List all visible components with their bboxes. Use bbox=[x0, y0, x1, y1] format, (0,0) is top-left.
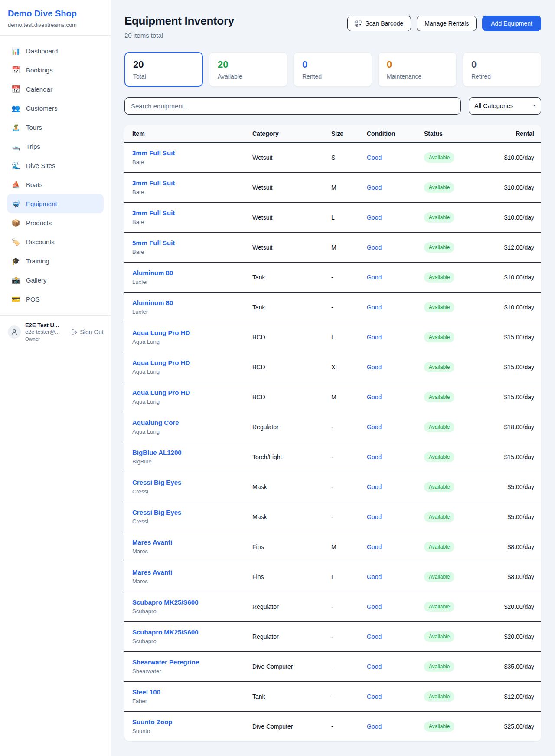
table-row[interactable]: Cressi Big Eyes Cressi Mask - Good Avail… bbox=[124, 472, 541, 502]
condition-link[interactable]: Good bbox=[367, 603, 382, 610]
condition-link[interactable]: Good bbox=[367, 454, 382, 460]
sign-out-button[interactable]: Sign Out bbox=[71, 329, 104, 335]
add-equipment-button[interactable]: Add Equipment bbox=[482, 16, 541, 31]
table-row[interactable]: Steel 100 Faber Tank - Good Available $1… bbox=[124, 681, 541, 711]
table-row[interactable]: BigBlue AL1200 BigBlue Torch/Light - Goo… bbox=[124, 442, 541, 472]
stat-card-rented[interactable]: 0 Rented bbox=[294, 52, 372, 87]
user-meta: E2E Test U... e2e-tester@... Owner bbox=[25, 322, 59, 342]
condition-link[interactable]: Good bbox=[367, 424, 382, 431]
brand-block: Demo Dive Shop demo.test.divestreams.com bbox=[0, 0, 111, 36]
stat-value: 0 bbox=[302, 59, 363, 70]
condition-link[interactable]: Good bbox=[367, 573, 382, 580]
item-name-link[interactable]: Aqua Lung Pro HD bbox=[132, 329, 252, 337]
condition-link[interactable]: Good bbox=[367, 304, 382, 311]
condition-link[interactable]: Good bbox=[367, 663, 382, 670]
table-row[interactable]: Mares Avanti Mares Fins M Good Available… bbox=[124, 532, 541, 562]
title-block: Equipment Inventory 20 items total bbox=[124, 14, 234, 39]
stat-card-available[interactable]: 20 Available bbox=[209, 52, 287, 87]
item-name-link[interactable]: 3mm Full Suit bbox=[132, 209, 252, 217]
table-row[interactable]: 3mm Full Suit Bare Wetsuit S Good Availa… bbox=[124, 142, 541, 172]
item-name-link[interactable]: Shearwater Peregrine bbox=[132, 658, 252, 666]
item-size: M bbox=[331, 532, 367, 562]
calendar-icon: 📆 bbox=[11, 85, 20, 93]
stat-card-maintenance[interactable]: 0 Maintenance bbox=[378, 52, 457, 87]
sidebar-item-trips[interactable]: 🛥️ Trips bbox=[7, 137, 104, 156]
item-name-link[interactable]: 5mm Full Suit bbox=[132, 239, 252, 247]
table-row[interactable]: Aqua Lung Pro HD Aqua Lung BCD XL Good A… bbox=[124, 352, 541, 382]
table-row[interactable]: Aluminum 80 Luxfer Tank - Good Available… bbox=[124, 292, 541, 322]
table-row[interactable]: Aqualung Core Aqua Lung Regulator - Good… bbox=[124, 412, 541, 442]
sidebar-item-pos[interactable]: 💳 POS bbox=[7, 289, 104, 309]
item-name-link[interactable]: Suunto Zoop bbox=[132, 718, 252, 726]
item-name-link[interactable]: Mares Avanti bbox=[132, 569, 252, 576]
sidebar-item-equipment[interactable]: 🤿 Equipment bbox=[7, 194, 104, 213]
item-name-link[interactable]: Steel 100 bbox=[132, 688, 252, 696]
table-row[interactable]: Aqua Lung Pro HD Aqua Lung BCD M Good Av… bbox=[124, 382, 541, 412]
item-brand: Scubapro bbox=[132, 608, 252, 615]
item-brand: Aqua Lung bbox=[132, 368, 252, 375]
condition-link[interactable]: Good bbox=[367, 543, 382, 550]
table-row[interactable]: Scubapro MK25/S600 Scubapro Regulator - … bbox=[124, 592, 541, 621]
brand-name[interactable]: Demo Dive Shop bbox=[8, 9, 103, 19]
status-badge: Available bbox=[424, 572, 454, 582]
condition-link[interactable]: Good bbox=[367, 184, 382, 191]
condition-link[interactable]: Good bbox=[367, 244, 382, 251]
condition-link[interactable]: Good bbox=[367, 693, 382, 700]
equipment-icon: 🤿 bbox=[11, 200, 20, 208]
item-name-link[interactable]: Scubapro MK25/S600 bbox=[132, 628, 252, 636]
sidebar-item-tours[interactable]: 🏝️ Tours bbox=[7, 118, 104, 137]
condition-link[interactable]: Good bbox=[367, 274, 382, 281]
sidebar-item-training[interactable]: 🎓 Training bbox=[7, 251, 104, 270]
table-row[interactable]: Aluminum 80 Luxfer Tank - Good Available… bbox=[124, 262, 541, 292]
scan-barcode-button[interactable]: Scan Barcode bbox=[347, 16, 411, 31]
sidebar-item-gallery[interactable]: 📸 Gallery bbox=[7, 270, 104, 289]
sidebar-item-boats[interactable]: ⛵ Boats bbox=[7, 175, 104, 194]
table-row[interactable]: Scubapro MK25/S600 Scubapro Regulator - … bbox=[124, 621, 541, 651]
item-name-link[interactable]: 3mm Full Suit bbox=[132, 179, 252, 187]
sidebar-item-dashboard[interactable]: 📊 Dashboard bbox=[7, 41, 104, 60]
sidebar-item-dive-sites[interactable]: 🌊 Dive Sites bbox=[7, 156, 104, 175]
item-name-link[interactable]: Aluminum 80 bbox=[132, 269, 252, 277]
table-row[interactable]: 5mm Full Suit Bare Wetsuit M Good Availa… bbox=[124, 232, 541, 262]
item-name-link[interactable]: Scubapro MK25/S600 bbox=[132, 598, 252, 606]
stat-value: 0 bbox=[471, 59, 532, 70]
table-row[interactable]: 3mm Full Suit Bare Wetsuit M Good Availa… bbox=[124, 172, 541, 202]
item-name-link[interactable]: Cressi Big Eyes bbox=[132, 479, 252, 486]
item-name-link[interactable]: 3mm Full Suit bbox=[132, 149, 252, 157]
condition-link[interactable]: Good bbox=[367, 723, 382, 730]
sidebar-item-calendar[interactable]: 📆 Calendar bbox=[7, 79, 104, 99]
item-name-link[interactable]: Aqualung Core bbox=[132, 419, 252, 427]
manage-rentals-button[interactable]: Manage Rentals bbox=[417, 16, 477, 31]
discounts-icon: 🏷️ bbox=[11, 238, 20, 246]
item-name-link[interactable]: BigBlue AL1200 bbox=[132, 449, 252, 457]
table-row[interactable]: Cressi Big Eyes Cressi Mask - Good Avail… bbox=[124, 502, 541, 532]
item-name-link[interactable]: Cressi Big Eyes bbox=[132, 509, 252, 516]
condition-link[interactable]: Good bbox=[367, 483, 382, 490]
search-input[interactable] bbox=[124, 97, 461, 115]
user-name: E2E Test U... bbox=[25, 322, 59, 329]
table-row[interactable]: Aqua Lung Pro HD Aqua Lung BCD L Good Av… bbox=[124, 322, 541, 352]
condition-link[interactable]: Good bbox=[367, 214, 382, 221]
sidebar-item-bookings[interactable]: 📅 Bookings bbox=[7, 60, 104, 79]
table-row[interactable]: Mares Avanti Mares Fins L Good Available… bbox=[124, 562, 541, 592]
sidebar-item-customers[interactable]: 👥 Customers bbox=[7, 99, 104, 118]
item-name-link[interactable]: Mares Avanti bbox=[132, 539, 252, 546]
stat-card-retired[interactable]: 0 Retired bbox=[463, 52, 541, 87]
item-name-link[interactable]: Aqua Lung Pro HD bbox=[132, 359, 252, 367]
item-name-link[interactable]: Aqua Lung Pro HD bbox=[132, 389, 252, 397]
condition-link[interactable]: Good bbox=[367, 364, 382, 371]
category-select[interactable]: All Categories bbox=[469, 97, 541, 115]
item-name-link[interactable]: Aluminum 80 bbox=[132, 299, 252, 307]
table-row[interactable]: Shearwater Peregrine Shearwater Dive Com… bbox=[124, 651, 541, 681]
condition-link[interactable]: Good bbox=[367, 394, 382, 401]
condition-link[interactable]: Good bbox=[367, 154, 382, 161]
sidebar-item-products[interactable]: 📦 Products bbox=[7, 213, 104, 232]
sidebar-item-discounts[interactable]: 🏷️ Discounts bbox=[7, 232, 104, 251]
table-row[interactable]: 3mm Full Suit Bare Wetsuit L Good Availa… bbox=[124, 202, 541, 232]
table-row[interactable]: Suunto Zoop Suunto Dive Computer - Good … bbox=[124, 711, 541, 741]
condition-link[interactable]: Good bbox=[367, 513, 382, 520]
item-size: - bbox=[331, 292, 367, 322]
condition-link[interactable]: Good bbox=[367, 633, 382, 640]
stat-card-total[interactable]: 20 Total bbox=[124, 52, 203, 87]
condition-link[interactable]: Good bbox=[367, 334, 382, 341]
